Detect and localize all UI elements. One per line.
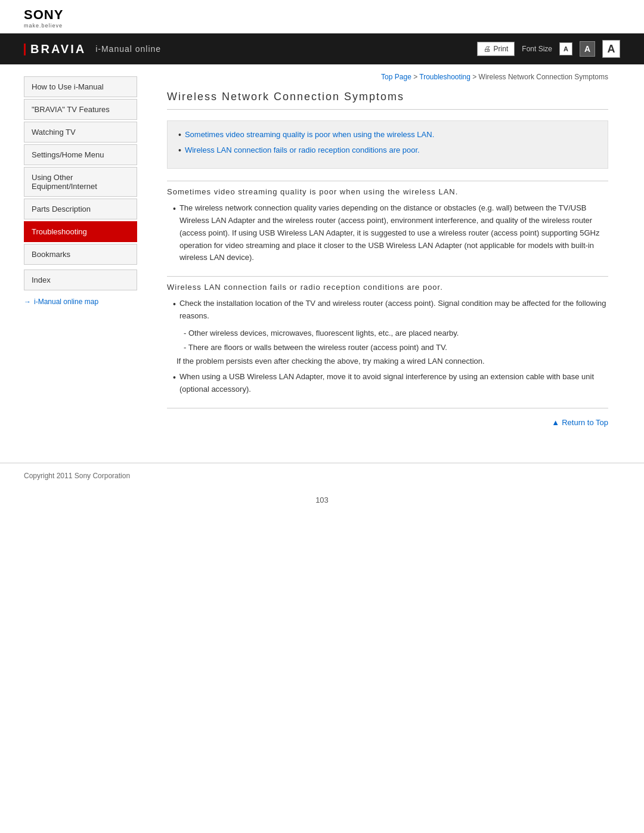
- sidebar-item-bravia-features[interactable]: "BRAVIA" TV Features: [24, 99, 137, 120]
- footer: Copyright 2011 Sony Corporation: [0, 463, 644, 488]
- page-title: Wireless Network Connection Symptoms: [167, 91, 608, 110]
- sidebar-item-using-other[interactable]: Using Other Equipment/Internet: [24, 167, 137, 197]
- breadcrumb-current: Wireless Network Connection Symptoms: [479, 73, 608, 81]
- section2-bullet1: Check the installation location of the T…: [173, 298, 608, 323]
- section2-content: Check the installation location of the T…: [167, 298, 608, 396]
- sony-logo: SONY make.believe: [24, 7, 620, 29]
- breadcrumb-top-page[interactable]: Top Page: [381, 73, 411, 81]
- copyright-text: Copyright 2011 Sony Corporation: [24, 472, 130, 480]
- section1-content: The wireless network connection quality …: [167, 202, 608, 264]
- sidebar-item-parts[interactable]: Parts Description: [24, 199, 137, 219]
- font-large-button[interactable]: A: [602, 40, 620, 58]
- section1-heading: Sometimes video streaming quality is poo…: [167, 181, 608, 196]
- section1-bullet1: The wireless network connection quality …: [173, 202, 608, 264]
- arrow-icon: →: [24, 298, 31, 306]
- sidebar-item-how-to-use[interactable]: How to Use i-Manual: [24, 76, 137, 97]
- return-to-top-link[interactable]: ▲ Return to Top: [552, 418, 608, 427]
- bravia-section: BRAVIA i-Manual online: [24, 42, 161, 56]
- top-bar: SONY make.believe: [0, 0, 644, 33]
- summary-item-2: Wireless LAN connection fails or radio r…: [178, 145, 597, 157]
- sidebar: How to Use i-Manual "BRAVIA" TV Features…: [24, 64, 149, 451]
- sidebar-item-troubleshooting[interactable]: Troubleshooting: [24, 221, 137, 242]
- font-medium-button[interactable]: A: [580, 41, 595, 57]
- section2-note: If the problem persists even after check…: [167, 355, 608, 368]
- sidebar-item-settings[interactable]: Settings/Home Menu: [24, 144, 137, 165]
- section2-bullet2: When using a USB Wireless LAN Adapter, m…: [173, 371, 608, 396]
- main-layout: How to Use i-Manual "BRAVIA" TV Features…: [0, 64, 644, 451]
- print-icon: 🖨: [484, 45, 491, 53]
- sidebar-item-watching-tv[interactable]: Watching TV: [24, 122, 137, 143]
- breadcrumb: Top Page > Troubleshooting > Wireless Ne…: [167, 73, 608, 81]
- section2-dash1: Other wireless devices, microwaves, fluo…: [167, 327, 608, 340]
- bravia-logo: BRAVIA: [24, 42, 86, 56]
- content-area: Top Page > Troubleshooting > Wireless Ne…: [149, 64, 620, 451]
- sidebar-index[interactable]: Index: [24, 270, 137, 290]
- breadcrumb-troubleshooting[interactable]: Troubleshooting: [419, 73, 470, 81]
- summary-link-2[interactable]: Wireless LAN connection fails or radio r…: [185, 145, 420, 156]
- font-small-button[interactable]: A: [559, 42, 572, 55]
- summary-item-1: Sometimes video streaming quality is poo…: [178, 129, 597, 141]
- section2-heading: Wireless LAN connection fails or radio r…: [167, 276, 608, 292]
- section2-dash2: There are floors or walls between the wi…: [167, 342, 608, 354]
- sidebar-item-bookmarks[interactable]: Bookmarks: [24, 244, 137, 265]
- summary-link-1[interactable]: Sometimes video streaming quality is poo…: [185, 129, 434, 140]
- nav-bar: BRAVIA i-Manual online 🖨 Print Font Size…: [0, 33, 644, 64]
- summary-list: Sometimes video streaming quality is poo…: [178, 129, 597, 156]
- font-size-label: Font Size: [522, 45, 552, 53]
- nav-right: 🖨 Print Font Size A A A: [477, 40, 620, 58]
- summary-box: Sometimes video streaming quality is poo…: [167, 120, 608, 169]
- return-top: ▲ Return to Top: [167, 408, 608, 433]
- triangle-up-icon: ▲: [552, 418, 559, 427]
- print-button[interactable]: 🖨 Print: [477, 42, 515, 56]
- page-number: 103: [0, 488, 644, 516]
- imanual-label: i-Manual online: [95, 44, 161, 54]
- imanual-map-link[interactable]: → i-Manual online map: [24, 298, 137, 306]
